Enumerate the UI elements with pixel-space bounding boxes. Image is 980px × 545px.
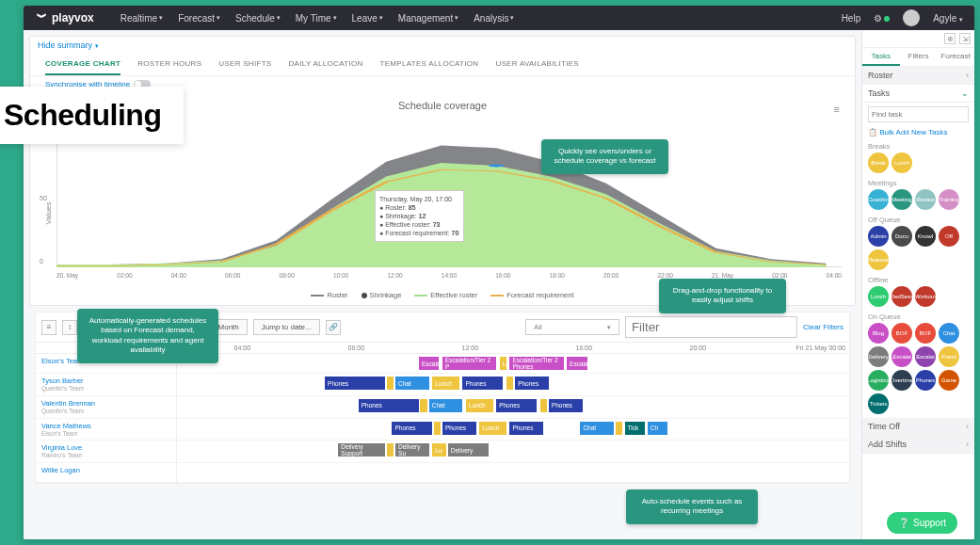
shift-bar[interactable]: Phones xyxy=(549,399,583,412)
row-name[interactable]: Valentin BrennanQuentin's Team xyxy=(36,396,177,418)
shift-bar[interactable]: Phones xyxy=(462,377,503,390)
support-button[interactable]: ❔ Support xyxy=(887,512,957,534)
task-chip[interactable]: Tickets xyxy=(868,393,889,414)
task-chip[interactable]: Blog xyxy=(868,323,889,344)
nav-analysis[interactable]: Analysis▾ xyxy=(474,13,514,24)
task-chip[interactable]: Lunch xyxy=(868,286,889,307)
task-chip[interactable]: Delivery xyxy=(868,346,889,367)
shift-bar[interactable] xyxy=(506,377,513,390)
link-icon[interactable]: 🔗 xyxy=(326,320,341,335)
section-timeoff[interactable]: Time Off› xyxy=(862,418,974,436)
task-chip[interactable]: Knowl xyxy=(915,226,936,247)
shift-bar[interactable] xyxy=(387,377,394,390)
shift-bar[interactable] xyxy=(434,422,441,435)
sidebar-expand-icon[interactable]: ⇲ xyxy=(959,33,971,44)
shift-bar[interactable]: Tick xyxy=(625,422,645,435)
task-chip[interactable]: Coachin xyxy=(868,189,889,210)
avatar[interactable] xyxy=(903,9,920,26)
shift-bar[interactable]: Ch xyxy=(648,422,667,435)
find-task-input[interactable] xyxy=(868,106,969,122)
nav-realtime[interactable]: Realtime▾ xyxy=(120,13,163,24)
clear-filters-link[interactable]: Clear Filters xyxy=(803,323,843,331)
task-chip[interactable]: Lunch xyxy=(892,152,912,173)
task-chip[interactable]: Admin xyxy=(868,226,889,247)
task-chip[interactable]: Escalat xyxy=(915,346,936,367)
task-chip[interactable]: BOF xyxy=(892,323,912,344)
gantt-lane[interactable]: PhonesPhonesLunchPhonesChatTickCh xyxy=(177,419,849,438)
filter-select[interactable]: All▾ xyxy=(525,319,619,335)
task-chip[interactable]: Training xyxy=(939,189,959,210)
nav-leave[interactable]: Leave▾ xyxy=(352,13,383,24)
shift-bar[interactable] xyxy=(387,443,394,457)
task-chip[interactable]: Break xyxy=(868,152,889,173)
task-chip[interactable]: Review xyxy=(915,189,936,210)
shift-bar[interactable]: Lu xyxy=(432,443,445,457)
section-roster[interactable]: Roster› xyxy=(862,67,974,85)
gantt-lane[interactable]: Delivery SupportDelivery SuLuDelivery xyxy=(177,441,849,459)
shift-bar[interactable]: Phones xyxy=(442,422,476,435)
shift-bar[interactable]: Escalation/Tier 2 P xyxy=(442,357,496,370)
tab-tasks[interactable]: Tasks xyxy=(862,48,900,66)
tab-daily-allocation[interactable]: DAILY ALLOCATION xyxy=(288,54,362,75)
user-menu[interactable]: Agyle ▾ xyxy=(933,13,963,24)
sidebar-collapse-icon[interactable]: ⊕ xyxy=(944,33,956,44)
shift-bar[interactable]: Lunch xyxy=(466,399,493,412)
shift-bar[interactable]: Chat xyxy=(395,377,429,390)
shift-bar[interactable]: Lunch xyxy=(479,422,506,435)
bulk-add-link[interactable]: 📋 Bulk Add New Tasks xyxy=(868,128,969,136)
hide-summary-link[interactable]: Hide summary ▾ xyxy=(30,37,855,54)
task-chip[interactable]: Workout xyxy=(915,286,936,307)
tab-filters[interactable]: Filters xyxy=(900,48,938,66)
gear-icon[interactable]: ⚙ xyxy=(874,13,890,24)
filter-input[interactable] xyxy=(625,316,797,338)
task-chip[interactable]: Release xyxy=(868,249,889,270)
shift-bar[interactable]: Delivery Support xyxy=(338,443,385,457)
row-name[interactable]: Vance MathewsElson's Team xyxy=(36,419,177,441)
task-chip[interactable]: Docu xyxy=(892,226,912,247)
shift-bar[interactable]: Escala xyxy=(567,357,586,370)
task-chip[interactable]: Fraud xyxy=(939,346,959,367)
tab-user-availabilities[interactable]: USER AVAILABILITIES xyxy=(495,54,579,75)
nav-management[interactable]: Management▾ xyxy=(398,13,458,24)
shift-bar[interactable]: Delivery Su xyxy=(395,443,429,457)
shift-bar[interactable]: Lun xyxy=(500,357,506,370)
gantt-lane[interactable]: PhonesChatLunchPhonesPhones xyxy=(177,396,849,415)
task-chip[interactable]: Phones xyxy=(915,370,936,391)
shift-bar[interactable]: Delivery xyxy=(448,443,489,457)
section-addshifts[interactable]: Add Shifts› xyxy=(862,436,974,454)
shift-bar[interactable] xyxy=(540,399,547,412)
task-chip[interactable]: Overtime xyxy=(892,370,912,391)
task-chip[interactable]: RedSess xyxy=(892,286,912,307)
jump-to-date-button[interactable]: Jump to date... xyxy=(253,319,320,335)
shift-bar[interactable]: Chat xyxy=(580,422,614,435)
row-name[interactable]: Virginia LoveRamiro's Team xyxy=(36,441,177,462)
tab-templates-allocation[interactable]: TEMPLATES ALLOCATION xyxy=(380,54,479,75)
nav-forecast[interactable]: Forecast▾ xyxy=(178,13,220,24)
tab-user-shifts[interactable]: USER SHIFTS xyxy=(218,54,271,75)
shift-bar[interactable] xyxy=(616,422,622,435)
section-tasks[interactable]: Tasks⌄ xyxy=(862,85,974,103)
nav-schedule[interactable]: Schedule▾ xyxy=(235,13,281,24)
task-chip[interactable]: Escalat xyxy=(892,346,912,367)
nav-mytime[interactable]: My Time▾ xyxy=(296,13,337,24)
task-chip[interactable]: Logistics xyxy=(868,370,889,391)
shift-bar[interactable]: Phones xyxy=(392,422,432,435)
shift-bar[interactable]: Chat xyxy=(429,399,463,412)
task-chip[interactable]: BOF xyxy=(915,323,936,344)
gantt-lane[interactable]: EscalationEscalation/Tier 2 PLunEscalati… xyxy=(177,354,849,373)
task-chip[interactable]: Off xyxy=(939,226,959,247)
shift-bar[interactable]: Escalation xyxy=(419,357,439,370)
shift-bar[interactable] xyxy=(420,399,426,412)
tab-roster-hours[interactable]: ROSTER HOURS xyxy=(137,54,201,75)
task-chip[interactable]: Chat xyxy=(939,323,959,344)
shift-bar[interactable]: Phones xyxy=(359,399,419,412)
tool-icon[interactable]: ↕ xyxy=(62,320,77,335)
tab-coverage-chart[interactable]: COVERAGE CHART xyxy=(45,54,120,75)
shift-bar[interactable]: Phones xyxy=(509,422,543,435)
shift-bar[interactable]: Lunch xyxy=(432,377,459,390)
tab-forecast[interactable]: Forecast xyxy=(937,48,974,66)
task-chip[interactable]: Meeting xyxy=(892,189,912,210)
shift-bar[interactable]: Phones xyxy=(515,377,549,390)
shift-bar[interactable]: Escalation/Tier 2 Phones xyxy=(509,357,563,370)
shift-bar[interactable]: Phones xyxy=(325,377,385,390)
